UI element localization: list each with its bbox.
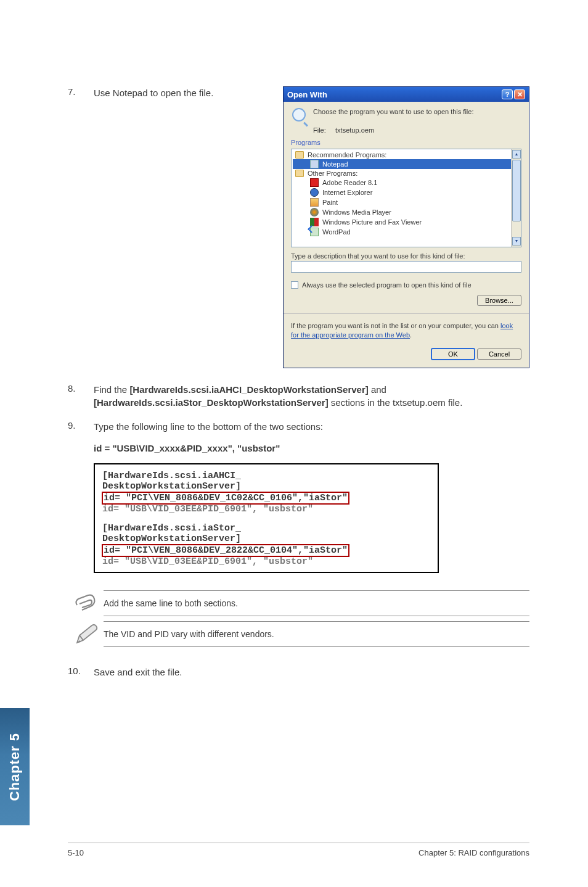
scrollbar[interactable]: ▴ ▾ (511, 149, 521, 247)
step-10-text: Save and exit the file. (94, 666, 529, 679)
scroll-thumb[interactable] (512, 160, 521, 221)
other-folder[interactable]: Other Programs: (293, 169, 520, 178)
program-ie[interactable]: Internet Explorer (293, 188, 520, 197)
note-1-text: Add the same line to both sections. (104, 591, 529, 616)
titlebar[interactable]: Open With ? ✕ (284, 87, 529, 102)
magnifier-icon (291, 107, 308, 124)
browse-button[interactable]: Browse... (477, 295, 521, 306)
ok-button[interactable]: OK (431, 348, 475, 360)
file-name: txtsetup.oem (335, 126, 374, 134)
adobe-icon (310, 178, 319, 187)
web-link-text: If the program you want is not in the li… (291, 321, 521, 340)
help-button[interactable]: ? (502, 89, 513, 99)
program-wmp[interactable]: Windows Media Player (293, 207, 520, 217)
code-block: [HardwareIds.scsi.iaAHCI_ DesktopWorksta… (94, 463, 439, 573)
paperclip-icon (73, 593, 98, 614)
cancel-button[interactable]: Cancel (477, 349, 521, 360)
page-footer: 5-10 Chapter 5: RAID configurations (68, 843, 529, 857)
notepad-icon (310, 160, 319, 168)
open-with-dialog: Open With ? ✕ Choose the program you wan… (283, 86, 529, 368)
program-picfax[interactable]: Windows Picture and Fax Viewer (293, 217, 520, 227)
paint-icon (310, 198, 319, 207)
program-adobe[interactable]: Adobe Reader 8.1 (293, 178, 520, 188)
step-10-number: 10. (68, 666, 94, 679)
chapter-tab: Chapter 5 (0, 708, 30, 825)
highlighted-line-1: id= "PCI\VEN_8086&DEV_1C02&CC_0106","iaS… (102, 492, 349, 505)
program-wordpad[interactable]: WordPad (293, 227, 520, 237)
program-paint[interactable]: Paint (293, 197, 520, 207)
description-label: Type a description that you want to use … (291, 252, 521, 260)
close-button[interactable]: ✕ (514, 89, 525, 99)
note-2-text: The VID and PID vary with different vend… (104, 622, 529, 646)
recommended-folder[interactable]: Recommended Programs: (293, 151, 520, 159)
program-notepad[interactable]: Notepad (293, 159, 520, 169)
programs-label: Programs (291, 139, 521, 146)
wordpad-icon (310, 228, 319, 236)
highlighted-line-2: id= "PCI\VEN_8086&DEV_2822&CC_0104","iaS… (102, 544, 349, 557)
folder-icon (295, 151, 304, 159)
pencil-icon (73, 622, 98, 646)
footer-title: Chapter 5: RAID configurations (419, 848, 529, 857)
always-label: Always use the selected program to open … (302, 281, 472, 289)
step-7-number: 7. (68, 86, 94, 99)
always-checkbox[interactable] (291, 281, 298, 289)
folder-icon (295, 170, 304, 177)
scroll-down-icon[interactable]: ▾ (512, 237, 521, 245)
file-label: File: (313, 126, 326, 134)
page-number: 5-10 (68, 848, 84, 857)
step-9-code: id = "USB\VID_xxxx&PID_xxxx", "usbstor" (94, 442, 529, 455)
description-input[interactable] (291, 261, 521, 273)
wmp-icon (310, 208, 319, 217)
dialog-title: Open With (287, 90, 500, 99)
choose-text: Choose the program you want to use to op… (313, 108, 474, 115)
programs-listbox[interactable]: Recommended Programs: Notepad Other Prog… (291, 149, 521, 247)
step-9-number: 9. (68, 420, 94, 433)
ie-icon (310, 188, 319, 197)
step-9-text: Type the following line to the bottom of… (94, 420, 529, 433)
step-8-number: 8. (68, 383, 94, 409)
scroll-up-icon[interactable]: ▴ (512, 150, 521, 159)
step-8-text: Find the [HardwareIds.scsi.iaAHCI_Deskto… (94, 383, 529, 409)
